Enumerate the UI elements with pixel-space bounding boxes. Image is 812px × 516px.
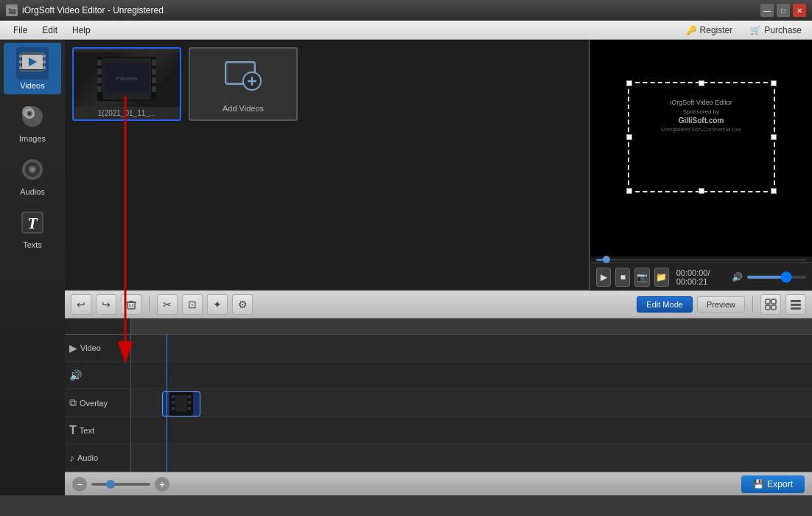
window-controls: — □ ✕	[760, 4, 806, 17]
redo-button[interactable]: ↪	[96, 294, 116, 315]
track-label-video[interactable]: ▶ Video	[65, 335, 130, 362]
preview-panel: iOrgSoft Video Editor Sponsored by Gilli…	[589, 40, 812, 290]
menu-help[interactable]: Help	[65, 23, 98, 38]
track-label-audio-inner[interactable]: 🔊	[65, 362, 130, 389]
register-button[interactable]: 🔑 Register	[682, 24, 738, 37]
audio-track-icon: ♪	[69, 452, 74, 464]
edit-mode-button[interactable]: Edit Mode	[637, 296, 693, 313]
media-item-video1[interactable]: Preview 1(2021_01_11_...	[72, 47, 181, 121]
time-ruler: 00:00:00 00:01:46 00:03:32 00:05:18 00:0…	[65, 318, 812, 335]
track-label-text[interactable]: T Text	[65, 417, 130, 444]
handle-br[interactable]	[771, 188, 777, 194]
add-videos-button[interactable]: Add Videos	[189, 47, 298, 121]
folder-button[interactable]: 📁	[654, 268, 669, 287]
menu-edit[interactable]: Edit	[35, 23, 65, 38]
separator-1	[149, 296, 150, 313]
track-label-overlay[interactable]: ⧉ Overlay	[65, 389, 130, 416]
svg-rect-38	[127, 302, 135, 309]
handle-ml[interactable]	[626, 134, 632, 140]
toolbar-right: Edit Mode Preview	[637, 294, 806, 315]
svg-rect-27	[152, 69, 156, 74]
overlay-track-icon: ⧉	[69, 397, 77, 409]
svg-rect-40	[129, 301, 133, 302]
volume-slider[interactable]	[747, 276, 806, 279]
sidebar-item-texts[interactable]: T Texts	[4, 202, 61, 254]
purchase-button[interactable]: 🛒 Purchase	[746, 24, 806, 37]
audio-inner-track-icon: 🔊	[69, 369, 82, 381]
settings-button[interactable]: ⚙	[232, 294, 253, 315]
stop-button[interactable]: ■	[615, 268, 630, 287]
svg-rect-23	[97, 69, 102, 74]
storyboard-icon	[765, 299, 777, 310]
sidebar-label-videos: Videos	[20, 81, 44, 90]
zoom-slider[interactable]	[91, 483, 150, 486]
selection-box[interactable]: iOrgSoft Video Editor Sponsored by Gilli…	[628, 82, 775, 192]
handle-bl[interactable]	[626, 188, 632, 194]
trash-icon	[125, 299, 137, 310]
film-strip-icon: Preview	[74, 52, 180, 107]
track-label-audio[interactable]: ♪ Audio	[65, 444, 130, 472]
sidebar-label-texts: Texts	[23, 240, 42, 249]
crop-button[interactable]: ⊡	[182, 294, 203, 315]
menu-bar: File Edit Help 🔑 Register 🛒 Purchase	[0, 21, 812, 40]
handle-tm[interactable]	[699, 80, 704, 86]
track-row-text	[131, 417, 812, 444]
seekbar-thumb[interactable]	[603, 256, 610, 263]
svg-rect-52	[172, 401, 175, 404]
video-track-icon: ▶	[69, 342, 77, 354]
svg-rect-57	[175, 395, 187, 411]
audios-icon	[16, 153, 49, 186]
volume-icon: 🔊	[732, 272, 743, 282]
media-browser: Preview 1(2021_01_11_...	[65, 40, 589, 290]
svg-rect-25	[97, 86, 102, 92]
sidebar-item-videos[interactable]: Videos	[4, 43, 61, 94]
zoom-out-button[interactable]: −	[72, 477, 87, 492]
title-bar: 🎬 iOrgSoft Video Editor - Unregistered —…	[0, 0, 812, 21]
zoom-controls: − +	[72, 477, 169, 492]
svg-point-14	[28, 112, 31, 115]
minimize-button[interactable]: —	[760, 4, 774, 17]
storyboard-view-button[interactable]	[760, 294, 781, 315]
text-track-icon: T	[69, 424, 77, 437]
overlay-clip[interactable]	[162, 391, 200, 416]
snapshot-button[interactable]: 📷	[634, 268, 649, 287]
clip-thumb-icon	[171, 394, 192, 414]
effect-button[interactable]: ✦	[207, 294, 228, 315]
handle-bm[interactable]	[699, 188, 704, 194]
preview-seekbar[interactable]	[590, 257, 812, 262]
svg-rect-22	[97, 60, 102, 66]
svg-rect-45	[766, 305, 770, 310]
preview-mode-button[interactable]: Preview	[697, 296, 745, 313]
app-icon: 🎬	[6, 4, 18, 16]
export-button[interactable]: 💾 Export	[741, 475, 805, 493]
handle-mr[interactable]	[771, 134, 777, 140]
track-content	[131, 335, 812, 472]
sidebar-item-audios[interactable]: Audios	[4, 149, 61, 201]
handle-tl[interactable]	[626, 80, 632, 86]
svg-rect-51	[172, 395, 175, 398]
maximize-button[interactable]: □	[777, 4, 790, 17]
svg-rect-1	[19, 55, 22, 57]
svg-rect-56	[188, 407, 191, 410]
timeline-icon	[790, 299, 802, 310]
cut-button[interactable]: ✂	[157, 294, 178, 315]
delete-button[interactable]	[121, 294, 141, 315]
preview-canvas: iOrgSoft Video Editor Sponsored by Gilli…	[590, 40, 812, 257]
register-label: Register	[700, 25, 733, 35]
handle-tr[interactable]	[771, 80, 777, 86]
add-videos-icon	[224, 56, 262, 101]
app-title: iOrgSoft Video Editor - Unregistered	[22, 5, 164, 15]
svg-rect-48	[791, 304, 801, 306]
video-thumbnail: Preview	[74, 52, 180, 107]
timeline-view-button[interactable]	[785, 294, 806, 315]
undo-button[interactable]: ↩	[71, 294, 91, 315]
menu-file[interactable]: File	[6, 23, 35, 38]
sidebar-item-images[interactable]: Images	[4, 96, 61, 147]
close-button[interactable]: ✕	[793, 4, 806, 17]
zoom-in-button[interactable]: +	[155, 477, 169, 492]
svg-rect-4	[43, 55, 46, 57]
track-row-audio-inner	[131, 362, 812, 389]
preview-controls: ▶ ■ 📷 📁 00:00:00/ 00:00:21 🔊	[590, 262, 812, 290]
ruler-spacer	[65, 318, 131, 334]
play-button[interactable]: ▶	[596, 268, 611, 287]
